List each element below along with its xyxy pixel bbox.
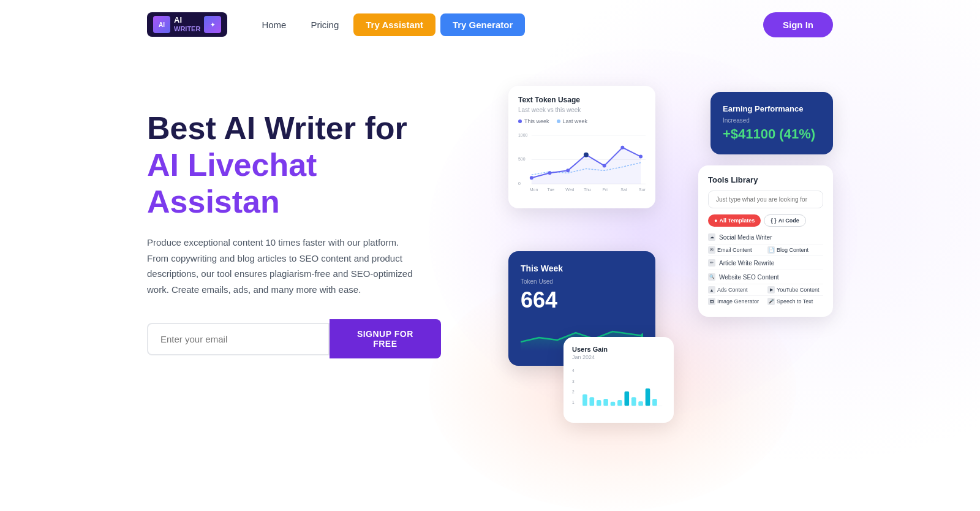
nav-pricing[interactable]: Pricing xyxy=(301,15,349,35)
svg-text:Thu: Thu xyxy=(584,187,591,192)
email-input[interactable] xyxy=(147,323,330,355)
svg-text:Sat: Sat xyxy=(620,187,627,192)
svg-text:4: 4 xyxy=(572,368,575,373)
email-icon: ✉ xyxy=(708,246,715,254)
chart-legend: This week Last week xyxy=(518,118,646,124)
svg-point-11 xyxy=(603,164,606,167)
earning-title: Earning Performance xyxy=(723,104,821,113)
svg-rect-28 xyxy=(590,397,595,406)
youtube-icon: ▶ xyxy=(767,286,775,293)
signin-button[interactable]: Sign In xyxy=(763,12,833,37)
tools-search-input[interactable] xyxy=(708,191,823,208)
nav-home[interactable]: Home xyxy=(252,15,296,35)
svg-text:Wed: Wed xyxy=(565,187,574,192)
tool-row-ads-youtube: ▲ Ads Content ▶ YouTube Content xyxy=(708,284,823,296)
hero-section: Best AI Writer for AI Livechat Assistan … xyxy=(147,86,441,358)
tool-seo-content[interactable]: 🔍 Website SEO Content xyxy=(708,270,823,284)
article-icon: ✏ xyxy=(708,259,715,267)
svg-rect-31 xyxy=(611,402,616,406)
svg-text:3: 3 xyxy=(572,379,575,384)
try-generator-button[interactable]: Try Generator xyxy=(440,13,525,36)
token-used-value: 664 xyxy=(521,287,643,313)
svg-text:Mon: Mon xyxy=(530,187,538,192)
svg-text:500: 500 xyxy=(518,157,526,161)
users-gain-subtitle: Jan 2024 xyxy=(572,354,665,360)
hero-form: SIGNUP FOR FREE xyxy=(147,319,441,358)
token-card-title: Text Token Usage xyxy=(518,96,646,104)
tool-article-rewrite[interactable]: ✏ Article Write Rewrite xyxy=(708,256,823,270)
speech-icon: 🎤 xyxy=(767,298,775,305)
users-gain-card: Users Gain Jan 2024 4 3 2 1 xyxy=(564,337,674,423)
svg-rect-34 xyxy=(631,397,636,406)
tools-title: Tools Library xyxy=(708,175,823,184)
hero-title-line1: Best AI Writer for xyxy=(147,110,441,147)
tool-row-email-blog: ✉ Email Content 📄 Blog Content xyxy=(708,244,823,256)
tools-tags: ● All Templates { } AI Code xyxy=(708,214,823,227)
logo[interactable]: AI AIWRITER ✦ xyxy=(147,12,227,37)
hero-title-line2: AI Livechat Assistan xyxy=(147,147,441,221)
tool-row-image-speech: 🖼 Image Generator 🎤 Speech to Text xyxy=(708,296,823,307)
svg-point-12 xyxy=(620,146,624,150)
svg-point-8 xyxy=(548,171,552,175)
tool-blog-content[interactable]: 📄 Blog Content xyxy=(767,246,823,254)
main-content: Best AI Writer for AI Livechat Assistan … xyxy=(0,49,980,502)
tools-library-card: Tools Library ● All Templates { } AI Cod… xyxy=(698,165,833,317)
image-icon: 🖼 xyxy=(708,298,715,305)
logo-icon-right: ✦ xyxy=(204,16,221,33)
legend-last-week: Last week xyxy=(557,118,588,124)
svg-point-9 xyxy=(566,168,570,172)
seo-icon: 🔍 xyxy=(708,273,715,281)
svg-text:2: 2 xyxy=(572,390,575,394)
token-card-subtitle: Last week vs this week xyxy=(518,107,646,113)
earning-card: Earning Performance Increased +$41100 (4… xyxy=(710,92,833,154)
ads-icon: ▲ xyxy=(708,286,715,293)
hero-description: Produce exceptional content 10 times fas… xyxy=(147,235,417,297)
svg-rect-27 xyxy=(582,395,587,406)
social-icon: ☁ xyxy=(708,233,715,241)
svg-rect-35 xyxy=(638,401,643,406)
svg-text:1: 1 xyxy=(572,400,575,404)
code-icon: { } xyxy=(771,218,777,224)
svg-point-7 xyxy=(530,176,533,180)
legend-dot-blue xyxy=(518,119,522,123)
tool-youtube-content[interactable]: ▶ YouTube Content xyxy=(767,286,823,293)
svg-text:1000: 1000 xyxy=(518,133,528,137)
blog-icon: 📄 xyxy=(767,246,775,254)
token-usage-card: Text Token Usage Last week vs this week … xyxy=(508,86,655,208)
check-icon: ● xyxy=(714,218,717,224)
tool-speech-to-text[interactable]: 🎤 Speech to Text xyxy=(767,298,823,305)
svg-rect-32 xyxy=(617,400,622,406)
svg-text:0: 0 xyxy=(518,181,521,186)
token-chart: 1000 500 0 xyxy=(518,129,646,196)
tag-ai-code[interactable]: { } AI Code xyxy=(764,214,806,227)
nav-links: Home Pricing Try Assistant Try Generator xyxy=(252,13,763,36)
svg-rect-29 xyxy=(597,400,601,406)
logo-text: AIWRITER xyxy=(174,16,200,34)
svg-rect-37 xyxy=(652,399,657,406)
svg-point-10 xyxy=(584,153,589,157)
svg-rect-30 xyxy=(603,399,608,406)
tool-ads-content[interactable]: ▲ Ads Content xyxy=(708,286,764,293)
svg-point-13 xyxy=(639,155,643,159)
legend-dot-light xyxy=(557,119,560,123)
earning-value: +$41100 (41%) xyxy=(723,126,821,142)
tool-email-content[interactable]: ✉ Email Content xyxy=(708,246,764,254)
svg-text:Sun: Sun xyxy=(639,187,646,192)
logo-icon: AI xyxy=(153,16,170,33)
svg-rect-33 xyxy=(625,392,630,406)
signup-button[interactable]: SIGNUP FOR FREE xyxy=(330,319,441,358)
users-gain-title: Users Gain xyxy=(572,346,665,353)
svg-rect-36 xyxy=(646,388,650,406)
legend-this-week: This week xyxy=(518,118,549,124)
token-used-label: Token Used xyxy=(521,278,643,285)
navbar: AI AIWRITER ✦ Home Pricing Try Assistant… xyxy=(0,0,980,49)
this-week-title: This Week xyxy=(521,263,643,273)
try-assistant-button[interactable]: Try Assistant xyxy=(353,13,435,36)
tool-image-generator[interactable]: 🖼 Image Generator xyxy=(708,298,764,305)
ui-cards-area: Text Token Usage Last week vs this week … xyxy=(478,86,833,502)
tag-all-templates[interactable]: ● All Templates xyxy=(708,214,761,227)
users-gain-chart: 4 3 2 1 xyxy=(572,365,665,412)
earning-label: Increased xyxy=(723,117,821,124)
tool-social-media[interactable]: ☁ Social Media Writer xyxy=(708,230,823,244)
svg-text:Fri: Fri xyxy=(603,187,608,192)
